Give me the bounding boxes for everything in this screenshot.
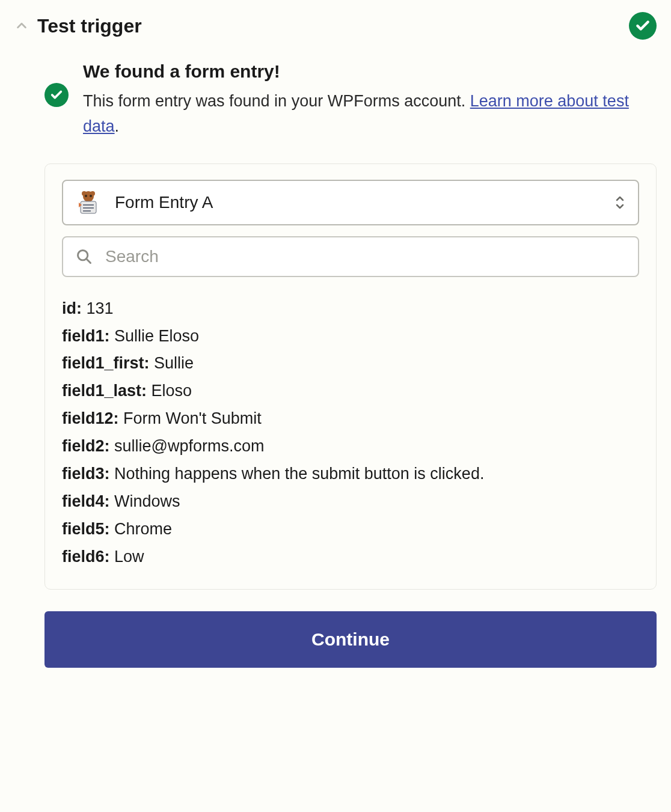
field-item: field12: Form Won't Submit — [62, 405, 639, 433]
field-value: Nothing happens when the submit button i… — [114, 465, 484, 483]
search-box[interactable] — [62, 236, 639, 277]
select-chevrons-icon — [614, 194, 626, 211]
svg-point-3 — [85, 195, 87, 197]
field-item: field6: Low — [62, 543, 639, 571]
field-item: field4: Windows — [62, 488, 639, 516]
field-key: field5: — [62, 520, 110, 538]
field-key: field1: — [62, 327, 110, 345]
field-item: field5: Chrome — [62, 516, 639, 543]
success-desc-text: This form entry was found in your WPForm… — [83, 92, 470, 110]
field-value: Sullie — [154, 354, 194, 372]
success-text: We found a form entry! This form entry w… — [83, 61, 657, 139]
field-key: field3: — [62, 465, 110, 483]
field-value: Chrome — [114, 520, 172, 538]
field-key: id: — [62, 299, 82, 317]
continue-button[interactable]: Continue — [44, 611, 657, 668]
success-description: This form entry was found in your WPForm… — [83, 89, 657, 139]
field-item: field2: sullie@wpforms.com — [62, 433, 639, 460]
field-item: field3: Nothing happens when the submit … — [62, 460, 639, 488]
entry-select-label: Form Entry A — [115, 193, 614, 212]
svg-point-4 — [90, 195, 92, 197]
field-key: field1_first: — [62, 354, 150, 372]
svg-line-10 — [87, 258, 91, 263]
wpforms-icon — [75, 189, 102, 216]
field-value: 131 — [87, 299, 114, 317]
field-key: field2: — [62, 437, 110, 455]
header-left[interactable]: Test trigger — [14, 15, 142, 37]
field-value: Low — [114, 548, 144, 566]
field-value: Sullie Eloso — [114, 327, 199, 345]
section-title: Test trigger — [37, 15, 142, 37]
field-key: field12: — [62, 409, 119, 427]
field-item: field1_first: Sullie — [62, 350, 639, 377]
success-desc-suffix: . — [115, 117, 120, 135]
data-panel: Form Entry A id: 131field1: Sullie Eloso… — [44, 163, 657, 590]
section-header: Test trigger — [14, 12, 657, 40]
search-input[interactable] — [105, 247, 626, 266]
field-value: Form Won't Submit — [123, 409, 262, 427]
field-key: field6: — [62, 548, 110, 566]
chevron-up-icon[interactable] — [14, 19, 29, 33]
field-key: field4: — [62, 492, 110, 510]
field-value: Eloso — [152, 382, 192, 400]
field-value: Windows — [114, 492, 180, 510]
field-list: id: 131field1: Sullie Elosofield1_first:… — [62, 295, 639, 571]
field-key: field1_last: — [62, 382, 147, 400]
field-item: id: 131 — [62, 295, 639, 323]
search-icon — [75, 248, 93, 266]
field-value: sullie@wpforms.com — [114, 437, 264, 455]
field-item: field1_last: Eloso — [62, 377, 639, 405]
field-item: field1: Sullie Eloso — [62, 323, 639, 350]
success-badge-icon — [629, 12, 657, 40]
check-circle-icon — [44, 83, 69, 107]
success-heading: We found a form entry! — [83, 61, 657, 82]
success-message: We found a form entry! This form entry w… — [14, 61, 657, 139]
entry-select[interactable]: Form Entry A — [62, 180, 639, 225]
